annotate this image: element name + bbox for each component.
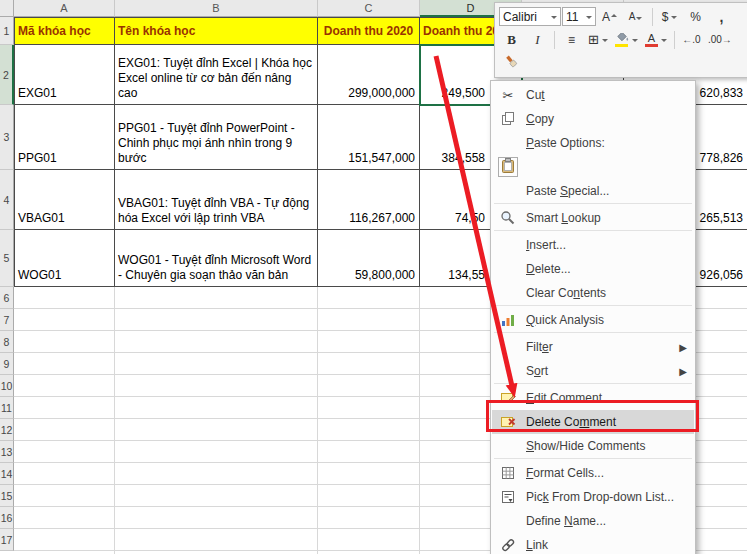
chevron-down-icon [586,16,592,22]
cell-B4[interactable]: VBAG01: Tuyệt đỉnh VBA - Tự động hóa Exc… [115,170,318,230]
grow-font-button[interactable]: A [597,6,622,28]
toolbar-separator [652,8,653,26]
row-header-11[interactable]: 11 [0,397,14,419]
cell-A1[interactable]: Mã khóa học [14,17,115,45]
format-painter-button[interactable] [499,52,524,74]
cell-C1[interactable]: Doanh thu 2020 [318,17,420,45]
chevron-down-icon [602,39,608,45]
pick-list-icon [498,489,518,505]
menu-icon-spacer [498,157,518,177]
comma-style-button[interactable]: , [709,6,734,28]
cell-C2[interactable]: 299,000,000 [318,45,420,105]
row-header-12[interactable]: 12 [0,419,14,441]
menu-item-show-hide-comments[interactable]: Show/Hide Comments [492,434,694,458]
quick-analysis-icon [498,312,518,328]
row-header-17[interactable]: 17 [0,529,14,551]
row-header-10[interactable]: 10 [0,375,14,397]
select-all-corner[interactable] [0,0,14,17]
row-header-13[interactable]: 13 [0,441,14,463]
menu-item-filter[interactable]: Filter ▶ [492,335,694,359]
excel-window: A B C D E F 1 2 3 4 5 6 7 8 9 10 11 12 1… [0,0,747,554]
mini-toolbar: Calibri 11 A A $ % , [494,2,747,78]
font-color-button[interactable]: A [642,29,670,51]
smart-lookup-icon [498,210,518,226]
chevron-down-icon [632,39,638,45]
cell-B3[interactable]: PPG01 - Tuyệt đỉnh PowerPoint - Chinh ph… [115,105,318,170]
font-color-icon: A [645,33,658,47]
row-header-2-selected[interactable]: 2 [0,45,14,105]
menu-item-insert[interactable]: Insert... [492,233,694,257]
cell-C3[interactable]: 151,547,000 [318,105,420,170]
menu-item-delete-comment[interactable]: Delete Comment [492,410,694,434]
format-cells-icon [498,465,518,481]
cell-B2[interactable]: EXG01: Tuyệt đỉnh Excel | Khóa học Excel… [115,45,318,105]
cell-B5[interactable]: WOG01 - Tuyệt đỉnh Microsoft Word - Chuy… [115,230,318,287]
delete-comment-icon [498,414,518,430]
paintbrush-icon [504,54,520,73]
menu-item-cut[interactable]: ✂ Cut [492,83,694,107]
cell-A2[interactable]: EXG01 [14,45,115,105]
font-size-combo[interactable]: 11 [562,7,596,26]
submenu-arrow-icon: ▶ [679,366,690,377]
paste-options-row [492,155,694,179]
menu-item-define-name[interactable]: Define Name... [492,509,694,533]
menu-item-clear-contents[interactable]: Clear Contents [492,281,694,305]
row-header-7[interactable]: 7 [0,309,14,331]
cell-C4[interactable]: 116,267,000 [318,170,420,230]
edit-comment-icon [498,390,518,406]
cell-A3[interactable]: PPG01 [14,105,115,170]
arrow-up-icon [611,11,617,17]
increase-decimal-button[interactable]: .00→ [705,29,735,51]
row-header-3[interactable]: 3 [0,105,14,170]
menu-item-quick-analysis[interactable]: Quick Analysis [492,308,694,332]
chevron-down-icon [661,39,667,45]
cell-A5[interactable]: WOG01 [14,230,115,287]
row-header-5[interactable]: 5 [0,230,14,287]
row-header-16[interactable]: 16 [0,507,14,529]
menu-item-paste-special[interactable]: Paste Special... [492,179,694,203]
cell-B1[interactable]: Tên khóa học [115,17,318,45]
font-name-value: Calibri [503,10,548,24]
col-header-C[interactable]: C [318,0,420,17]
row-header-9[interactable]: 9 [0,353,14,375]
menu-item-copy[interactable]: Copy [492,107,694,131]
cut-icon: ✂ [498,88,518,103]
submenu-arrow-icon: ▶ [679,342,690,353]
menu-item-link[interactable]: Link [492,533,694,554]
row-header-14[interactable]: 14 [0,463,14,485]
font-size-value: 11 [566,10,583,24]
link-icon [498,537,518,553]
cell-C5[interactable]: 59,800,000 [318,230,420,287]
menu-item-smart-lookup[interactable]: Smart Lookup [492,206,694,230]
menu-item-delete[interactable]: Delete... [492,257,694,281]
menu-item-sort[interactable]: Sort ▶ [492,359,694,383]
col-header-A[interactable]: A [14,0,115,17]
fill-color-button[interactable] [612,29,641,51]
shrink-font-button[interactable]: A [623,6,648,28]
center-align-button[interactable]: ≡ [559,29,584,51]
borders-button[interactable]: ⊞ [585,29,611,51]
row-header-4[interactable]: 4 [0,170,14,230]
context-menu: ✂ Cut Copy Paste Options: Paste [490,80,696,554]
italic-button[interactable]: I [525,29,550,51]
copy-icon [498,111,518,127]
percent-style-button[interactable]: % [683,6,708,28]
row-header-6[interactable]: 6 [0,287,14,309]
row-header-15[interactable]: 15 [0,485,14,507]
font-name-combo[interactable]: Calibri [499,7,561,26]
paint-bucket-icon [615,33,629,47]
arrow-down-icon [636,17,642,23]
row-header-8[interactable]: 8 [0,331,14,353]
decrease-decimal-button[interactable]: ←.0 [679,29,704,51]
col-header-B[interactable]: B [115,0,318,17]
bold-button[interactable]: B [499,29,524,51]
menu-item-pick-from-list[interactable]: Pick From Drop-down List... [492,485,694,509]
cell-A4[interactable]: VBAG01 [14,170,115,230]
gridline [317,287,318,554]
menu-item-edit-comment[interactable]: Edit Comment [492,386,694,410]
accounting-format-button[interactable]: $ [657,6,682,28]
menu-item-format-cells[interactable]: Format Cells... [492,461,694,485]
gridline [114,287,115,554]
paste-option-button[interactable] [498,157,518,177]
row-header-1[interactable]: 1 [0,17,14,45]
